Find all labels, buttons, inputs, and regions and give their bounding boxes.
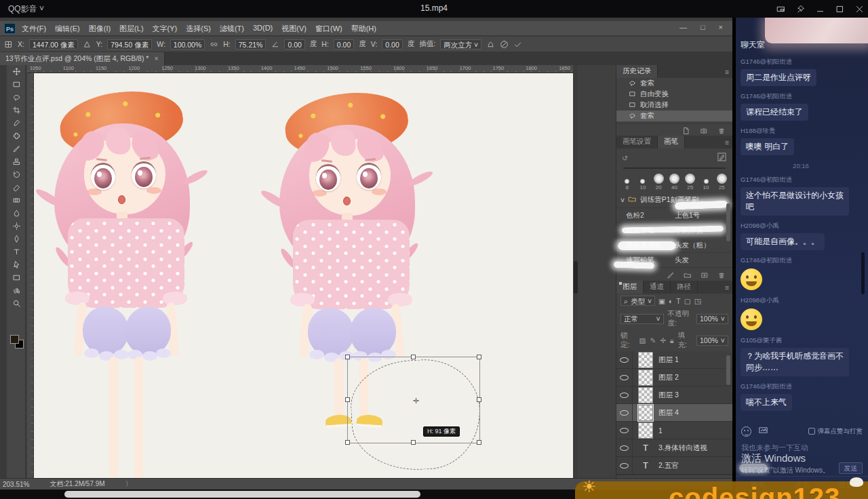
brush-preset[interactable]: 10 [636,173,649,191]
brush-preset[interactable]: 25 [684,173,696,191]
rotate-angle-icon[interactable] [271,40,279,49]
panel-menu-icon[interactable]: ≡ [722,68,732,78]
ps-menu-item-7[interactable]: 3D(D) [253,24,273,34]
delete-brush-icon[interactable] [717,271,726,281]
new-snapshot-icon[interactable] [700,127,708,136]
brush-preset[interactable]: 20 [652,173,665,191]
emoji-picker-icon[interactable] [741,426,751,437]
visibility-cell[interactable] [616,369,633,386]
warp-mode-icon[interactable] [486,40,495,49]
transform-handle[interactable] [345,440,350,445]
delete-state-icon[interactable] [717,127,726,136]
zoom-level[interactable]: 203.51% [3,481,29,488]
layers-panel-tab-2[interactable]: 路径 [671,281,698,294]
brush-size-reset-icon[interactable]: ↺ [622,154,628,162]
lock-all-icon[interactable]: 🔒︎ [670,336,674,345]
blend-mode-select[interactable]: 正常 ˅ [620,314,664,324]
visibility-cell[interactable] [616,457,633,475]
new-group-icon[interactable] [684,271,692,281]
fill-value[interactable]: 100% ˅ [696,336,728,346]
opacity-value[interactable]: 100% ˅ [696,314,728,324]
maintain-aspect-icon[interactable] [210,40,218,49]
ps-menu-item-0[interactable]: 文件(F) [22,24,46,34]
eraser-tool-icon[interactable] [7,181,26,194]
lasso-tool-icon[interactable] [7,91,26,104]
tab-close-icon[interactable]: × [154,54,158,62]
gradient-tool-icon[interactable] [7,194,26,207]
visibility-cell[interactable] [616,351,633,369]
crop-tool-icon[interactable] [7,104,26,117]
eye-icon[interactable] [620,393,629,398]
lock-transparent-icon[interactable]: ▨ [639,336,646,344]
close-icon[interactable] [855,5,864,14]
history-state[interactable]: 套索 [616,111,732,121]
history-tab[interactable]: 历史记录 [616,65,658,78]
layer-thumbnail[interactable] [638,422,653,439]
visibility-cell[interactable] [616,439,633,457]
transform-handle[interactable] [411,440,416,445]
relative-position-icon[interactable] [83,40,92,49]
reference-point-icon[interactable] [4,40,13,49]
document-tab[interactable]: 13节作业点评.psd @ 204% (图层 4, RGB/8) *× [0,52,165,65]
status-arrow-icon[interactable]: 〉 [125,479,132,489]
layer-thumbnail[interactable] [638,405,653,421]
chat-scrollbar[interactable] [861,252,865,294]
brush-preset[interactable]: 40 [668,173,681,191]
filter-smart-icon[interactable]: ◳ [694,297,701,305]
new-brush-icon[interactable] [701,271,709,281]
x-value-field[interactable]: 1447.00 像素 [29,39,78,49]
foreground-color-swatch[interactable] [10,335,19,344]
lock-position-icon[interactable]: ✛ [660,336,666,344]
transform-handle[interactable] [477,440,481,445]
w-value-field[interactable]: 100.00% [170,39,205,49]
filter-adjustment-icon[interactable]: ◐ [669,297,673,305]
brush-settings-tab[interactable]: 画笔设置 [616,136,658,148]
history-state[interactable]: 取消选择 [616,100,732,111]
visibility-cell[interactable] [616,386,633,404]
h-skew-field[interactable]: 0.00 [334,39,354,49]
zoom-tool-icon[interactable] [7,297,26,310]
history-state[interactable]: 自由变换 [616,89,732,100]
angle-value-field[interactable]: 0.00 [284,39,304,49]
layer-row[interactable]: 图层 2 [616,369,732,386]
interpolation-select[interactable]: 两次立方 ˅ [440,39,481,49]
eye-icon[interactable] [620,463,629,468]
brushes-scrollbar[interactable] [726,203,730,241]
filter-pixel-icon[interactable]: ▣ [658,297,665,305]
ps-menu-item-1[interactable]: 编辑(E) [55,24,80,34]
visibility-cell[interactable] [616,422,633,439]
layer-row[interactable]: 图层 3 [616,386,732,404]
ps-maximize-icon[interactable]: □ [701,23,705,31]
pen-pressure-icon[interactable] [717,152,727,163]
chat-input[interactable]: 我也来参与一下互动 [741,443,808,453]
path-select-tool-icon[interactable] [7,258,26,271]
h-value-field[interactable]: 75.21% [235,39,267,49]
transform-handle[interactable] [477,355,481,359]
layer-thumbnail[interactable] [638,387,653,403]
pin-icon[interactable] [796,5,805,14]
panel-menu-icon[interactable]: ≡ [722,138,732,148]
ps-menu-item-5[interactable]: 选择(S) [186,24,211,34]
eye-icon[interactable] [620,357,629,363]
ps-menu-item-6[interactable]: 滤镜(T) [220,24,244,34]
new-document-from-state-icon[interactable] [682,127,690,136]
ps-menu-item-8[interactable]: 视图(V) [281,24,307,34]
transform-handle[interactable] [477,397,481,402]
history-brush-tool-icon[interactable] [7,168,26,181]
panel-menu-icon[interactable]: ≡ [722,283,732,294]
canvas[interactable]: ✛ H: 91 像素 [34,73,573,478]
layer-filter-type[interactable]: ⌕ 类型 ˅ [620,296,655,306]
layer-row[interactable]: 图层 1 [616,351,732,369]
image-upload-icon[interactable] [758,425,768,438]
send-button[interactable]: 发送 [839,462,863,474]
ps-menu-item-2[interactable]: 图像(I) [89,24,111,34]
ps-close-icon[interactable]: × [719,23,723,31]
move-tool-icon[interactable] [7,65,26,78]
layers-scrollbar[interactable] [726,355,730,385]
layer-thumbnail[interactable] [638,370,653,386]
layer-row[interactable]: T3.身体转向透视 [616,439,732,457]
ps-menu-item-4[interactable]: 文字(Y) [153,24,178,34]
stamp-tool-icon[interactable] [7,155,26,168]
lock-pixels-icon[interactable]: ✎ [650,336,656,344]
danmu-toggle[interactable]: 弹幕点赞与打赏 [808,427,863,436]
